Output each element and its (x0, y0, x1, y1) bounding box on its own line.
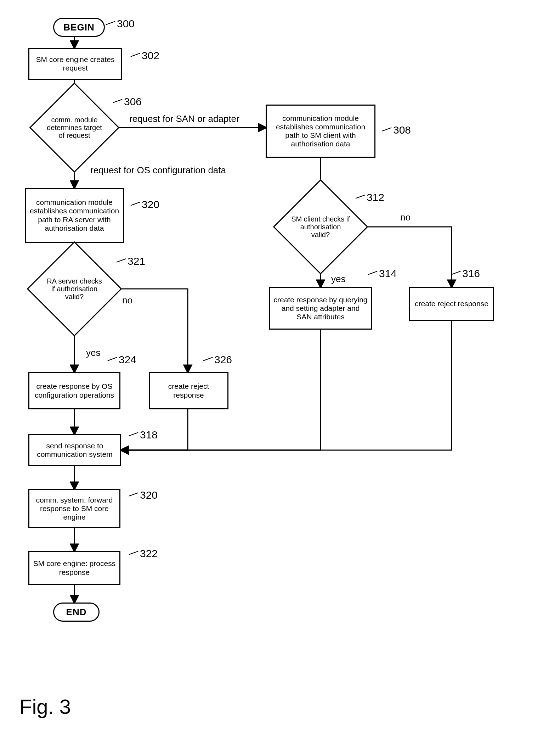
ref-312: 312 (367, 191, 384, 203)
process-316: create reject response (409, 287, 494, 321)
process-318-text: send response to communication system (32, 442, 117, 459)
process-318: send response to communication system (28, 434, 121, 466)
edge-label-request-san: request for SAN or adapter (129, 113, 239, 124)
decision-312-text: SM client checks if authorisation valid? (287, 193, 354, 261)
ref-300: 300 (117, 18, 135, 30)
process-322-text: SM core engine: process response (32, 559, 117, 576)
process-316-text: create reject response (415, 299, 488, 308)
process-320b-text: comm. system: forward response to SM cor… (32, 496, 117, 521)
ref-302: 302 (142, 50, 159, 62)
flowchart-canvas: BEGIN 300 SM core engine creates request… (0, 0, 560, 745)
ref-314: 314 (379, 268, 397, 280)
process-320a: communication module establishes communi… (25, 188, 124, 243)
process-308-text: communication module establishes communi… (270, 114, 372, 149)
process-326: create reject response (149, 372, 228, 409)
ref-320b: 320 (140, 489, 158, 501)
edge-label-yes-312: yes (331, 274, 345, 285)
edge-label-no-321: no (122, 295, 132, 306)
ref-316: 316 (462, 268, 480, 280)
process-314: create response by querying and setting … (269, 287, 372, 330)
edge-label-request-os: request for OS configuration data (90, 165, 226, 176)
terminator-begin-text: BEGIN (63, 22, 94, 33)
process-320a-text: communication module establishes communi… (29, 198, 120, 233)
process-324: create response by OS configuration oper… (28, 372, 120, 409)
process-326-text: create reject response (153, 382, 225, 399)
process-324-text: create response by OS configuration oper… (32, 382, 117, 399)
process-302-text: SM core engine creates request (32, 55, 118, 72)
decision-321: RA server checks if authorisation valid? (41, 255, 108, 323)
process-302: SM core engine creates request (28, 48, 122, 80)
ref-322: 322 (140, 548, 158, 560)
terminator-begin: BEGIN (53, 18, 105, 37)
process-320b: comm. system: forward response to SM cor… (28, 489, 120, 528)
ref-308: 308 (393, 124, 411, 136)
ref-326: 326 (214, 354, 232, 366)
ref-324: 324 (119, 354, 136, 366)
edge-label-no-312: no (400, 212, 411, 223)
decision-312: SM client checks if authorisation valid? (287, 193, 354, 261)
ref-321: 321 (128, 255, 145, 267)
edge-label-yes-321: yes (86, 347, 100, 358)
process-308: communication module establishes communi… (266, 105, 375, 158)
terminator-end-text: END (66, 607, 87, 618)
decision-306-text: comm. module determines target of reques… (43, 96, 106, 159)
ref-320a: 320 (142, 198, 159, 211)
decision-321-text: RA server checks if authorisation valid? (41, 255, 108, 323)
process-322: SM core engine: process response (28, 551, 120, 585)
ref-306: 306 (124, 96, 142, 108)
ref-318: 318 (140, 429, 158, 441)
process-314-text: create response by querying and setting … (273, 296, 368, 321)
decision-306: comm. module determines target of reques… (43, 96, 106, 159)
terminator-end: END (53, 603, 100, 622)
figure-label: Fig. 3 (19, 695, 71, 718)
